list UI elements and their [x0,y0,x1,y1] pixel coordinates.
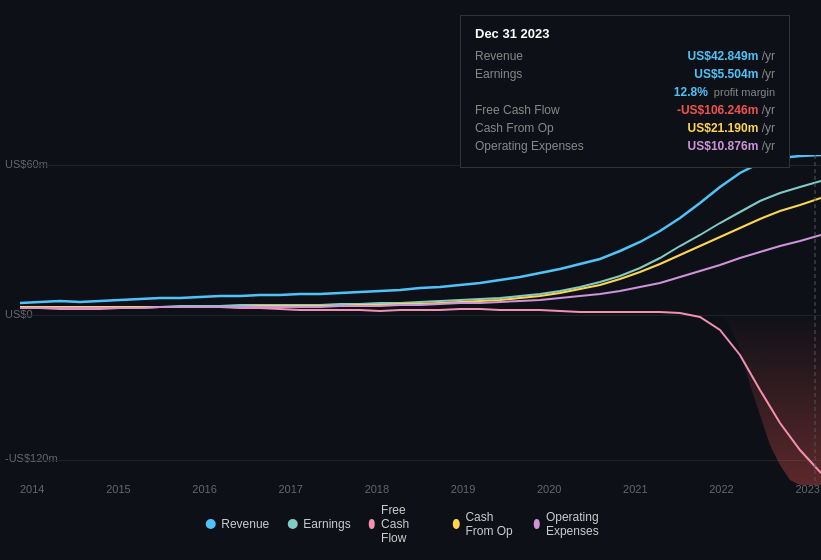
legend-label-revenue: Revenue [221,517,269,531]
legend-dot-earnings [287,519,297,529]
x-label-2020: 2020 [537,483,561,495]
chart-svg [20,155,821,485]
legend-label-fcf: Free Cash Flow [381,503,435,545]
negative-area [700,310,821,485]
x-label-2022: 2022 [709,483,733,495]
x-label-2015: 2015 [106,483,130,495]
profit-margin-value: 12.8% [674,85,708,99]
chart-container: Dec 31 2023 Revenue US$42.849m /yr Earni… [0,0,821,560]
revenue-label: Revenue [475,49,595,63]
x-label-2019: 2019 [451,483,475,495]
cashfromop-value: US$21.190m /yr [688,121,775,135]
legend-cashfromop: Cash From Op [453,510,515,538]
legend-opex: Operating Expenses [534,510,616,538]
revenue-line [20,155,821,303]
x-label-2021: 2021 [623,483,647,495]
opex-row: Operating Expenses US$10.876m /yr [475,139,775,153]
legend-earnings: Earnings [287,517,350,531]
revenue-row: Revenue US$42.849m /yr [475,49,775,63]
earnings-value: US$5.504m /yr [694,67,775,81]
fcf-row: Free Cash Flow -US$106.246m /yr [475,103,775,117]
legend-dot-opex [534,519,540,529]
fcf-line [20,307,821,473]
profit-margin-display: 12.8% profit margin [674,85,775,99]
earnings-row: Earnings US$5.504m /yr [475,67,775,81]
x-label-2023: 2023 [795,483,819,495]
x-label-2017: 2017 [278,483,302,495]
earnings-label: Earnings [475,67,595,81]
fcf-value: -US$106.246m /yr [677,103,775,117]
legend-label-opex: Operating Expenses [546,510,616,538]
tooltip-date: Dec 31 2023 [475,26,775,41]
legend-revenue: Revenue [205,517,269,531]
chart-legend: Revenue Earnings Free Cash Flow Cash Fro… [205,503,616,545]
cashfromop-row: Cash From Op US$21.190m /yr [475,121,775,135]
legend-fcf: Free Cash Flow [369,503,435,545]
legend-label-earnings: Earnings [303,517,350,531]
tooltip-card: Dec 31 2023 Revenue US$42.849m /yr Earni… [460,15,790,168]
cashfromop-label: Cash From Op [475,121,595,135]
legend-dot-cashfromop [453,519,459,529]
x-label-2018: 2018 [365,483,389,495]
profit-margin-row: 12.8% profit margin [475,85,775,99]
legend-dot-revenue [205,519,215,529]
opex-value: US$10.876m /yr [688,139,775,153]
profit-margin-text: profit margin [714,86,775,98]
x-axis-labels: 2014 2015 2016 2017 2018 2019 2020 2021 … [20,483,820,495]
legend-label-cashfromop: Cash From Op [465,510,515,538]
fcf-label: Free Cash Flow [475,103,595,117]
revenue-value: US$42.849m /yr [688,49,775,63]
legend-dot-fcf [369,519,375,529]
opex-label: Operating Expenses [475,139,595,153]
cashfromop-line [20,198,821,307]
x-label-2016: 2016 [192,483,216,495]
x-label-2014: 2014 [20,483,44,495]
